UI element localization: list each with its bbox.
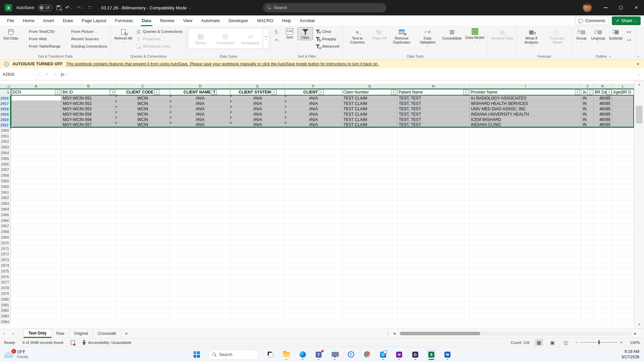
currencies-button[interactable]: Currencies	[213, 28, 238, 49]
cell-C2955[interactable]	[116, 156, 170, 162]
row-header-2954[interactable]: 2954	[0, 150, 11, 156]
cell-G2919[interactable]: TEST CLAIM	[342, 112, 397, 117]
cell-C2956[interactable]	[116, 162, 170, 167]
cell-J2956[interactable]	[581, 162, 594, 167]
vertical-scrollbar[interactable]: ▲ ▼	[634, 80, 644, 328]
cell-I2969[interactable]	[470, 235, 581, 240]
sort-a-to-z-button[interactable]	[273, 28, 281, 35]
cell-J2918[interactable]: IN	[581, 106, 594, 112]
cell-C2966[interactable]	[116, 218, 170, 224]
cell-J2963[interactable]	[581, 201, 594, 206]
cell-K2962[interactable]	[594, 195, 612, 201]
column-header-G[interactable]: G	[342, 84, 397, 89]
cell-A2919[interactable]	[11, 112, 61, 117]
taskbar-clock[interactable]: 9:19 AM 3/17/2026	[622, 349, 639, 360]
cell-K2957[interactable]	[594, 167, 612, 173]
column-header-H[interactable]: H	[397, 84, 470, 89]
cell-E2984[interactable]	[230, 319, 285, 325]
cell-L2981[interactable]	[612, 302, 634, 308]
row-header-2955[interactable]: 2955	[0, 156, 11, 162]
row-header-2974[interactable]: 2974	[0, 263, 11, 268]
cell-G2960[interactable]	[342, 184, 397, 190]
cell-D2960[interactable]	[170, 184, 230, 190]
horizontal-scrollbar-thumb[interactable]	[400, 332, 480, 335]
row-header-2968[interactable]: 2968	[0, 229, 11, 235]
cell-E2977[interactable]	[230, 280, 285, 286]
row-header-2919[interactable]: 2919	[0, 112, 11, 117]
cell-K2951[interactable]	[594, 133, 612, 139]
cell-I2960[interactable]	[470, 184, 581, 190]
cell-J2919[interactable]: IN	[581, 112, 594, 117]
cell-A2974[interactable]	[11, 263, 61, 268]
cell-H2984[interactable]	[397, 319, 470, 325]
cell-L2951[interactable]	[612, 133, 634, 139]
confirm-entry-button[interactable]: ✓	[51, 68, 60, 80]
cell-E2921[interactable]: #N/A	[230, 122, 285, 128]
header-cell-K1[interactable]: BR Da▼	[594, 89, 612, 96]
row-header-2967[interactable]: 2967	[0, 224, 11, 229]
cell-F2952[interactable]	[285, 139, 342, 145]
header-cell-H1[interactable]: Patient Name▼	[397, 89, 470, 96]
cell-I2981[interactable]	[470, 302, 581, 308]
cell-B2981[interactable]	[61, 302, 116, 308]
cell-G2979[interactable]	[342, 291, 397, 297]
cell-J2960[interactable]	[581, 184, 594, 190]
cell-C2978[interactable]	[116, 285, 170, 291]
cell-A2966[interactable]	[11, 218, 61, 224]
weather-widget[interactable]: 1 19°F Cloudy	[3, 350, 28, 359]
cell-D2951[interactable]	[170, 133, 230, 139]
cell-F2965[interactable]	[285, 212, 342, 218]
cell-I2973[interactable]	[470, 257, 581, 263]
cell-A2960[interactable]	[11, 184, 61, 190]
cell-E2982[interactable]	[230, 308, 285, 314]
cell-A2955[interactable]	[11, 156, 61, 162]
cell-K2958[interactable]	[594, 173, 612, 178]
cell-J2916[interactable]: IN	[581, 96, 594, 101]
cell-F2958[interactable]	[285, 173, 342, 178]
cell-D2984[interactable]	[170, 319, 230, 325]
cell-B2954[interactable]	[61, 150, 116, 156]
header-cell-D1[interactable]: CLIENT NAME	[170, 89, 230, 96]
cell-G2921[interactable]: TEST CLAIM	[342, 122, 397, 128]
expand-formula-bar-icon[interactable]: ⌄	[634, 68, 644, 80]
insert-function-button[interactable]: fx⌄	[60, 68, 68, 80]
cell-F2979[interactable]	[285, 291, 342, 297]
cell-J2984[interactable]	[581, 319, 594, 325]
cell-J2977[interactable]	[581, 280, 594, 286]
cell-E2979[interactable]	[230, 291, 285, 297]
cell-H2969[interactable]	[397, 235, 470, 240]
cell-G2950[interactable]	[342, 128, 397, 133]
cell-H2963[interactable]	[397, 201, 470, 206]
taskbar-icon-gapp[interactable]: G	[411, 349, 420, 360]
cell-I2916[interactable]: IU RADIOLOGY ASSOCIATES	[470, 96, 581, 101]
cell-B2969[interactable]	[61, 235, 116, 240]
cell-I2966[interactable]	[470, 218, 581, 224]
save-button[interactable]	[56, 5, 61, 10]
cancel-entry-button[interactable]: ×	[42, 68, 51, 80]
cell-D2952[interactable]	[170, 139, 230, 145]
sheet-tab-crosswalk[interactable]: Crosswalk	[93, 329, 121, 338]
cell-F2957[interactable]	[285, 167, 342, 173]
cell-G2918[interactable]: TEST CLAIM	[342, 106, 397, 112]
close-button[interactable]: ×	[629, 0, 644, 15]
cell-B2919[interactable]: MGY-WCIN-554	[61, 112, 116, 117]
cell-L2974[interactable]	[612, 263, 634, 268]
cell-B2952[interactable]	[61, 139, 116, 145]
cell-J2982[interactable]	[581, 308, 594, 314]
tab-strip-handle[interactable]: ⋮	[386, 329, 390, 338]
taskbar-icon-word[interactable]: W	[443, 349, 452, 360]
cell-K2977[interactable]	[594, 280, 612, 286]
cell-L2916[interactable]	[612, 96, 634, 101]
cell-K2960[interactable]	[594, 184, 612, 190]
cell-L2967[interactable]	[612, 224, 634, 229]
header-cell-I1[interactable]: Provider Name▼	[470, 89, 581, 96]
cell-K2964[interactable]	[594, 206, 612, 212]
cell-E2959[interactable]	[230, 178, 285, 184]
cell-I2967[interactable]	[470, 224, 581, 229]
cell-A2982[interactable]	[11, 308, 61, 314]
cell-I2956[interactable]	[470, 162, 581, 167]
cell-B2953[interactable]	[61, 144, 116, 150]
cell-I2968[interactable]	[470, 229, 581, 235]
cell-L2976[interactable]	[612, 274, 634, 280]
column-header-I[interactable]: I	[470, 84, 581, 89]
